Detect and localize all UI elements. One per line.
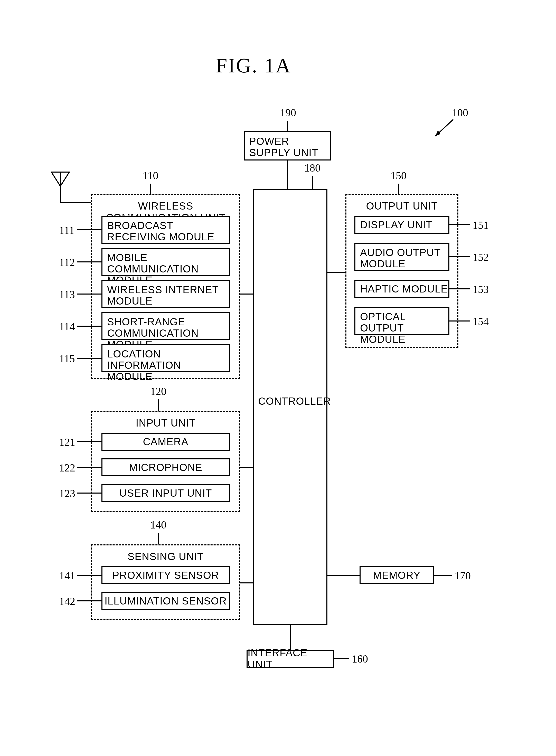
input-controller-line: [240, 467, 253, 468]
memory-controller-line: [327, 575, 359, 576]
ref-141-lead: [77, 575, 101, 576]
ref-122-lead: [77, 467, 101, 468]
ref-154: 154: [473, 315, 489, 328]
antenna-icon: [50, 171, 71, 204]
memory-label: MEMORY: [373, 570, 420, 581]
ref-120-tick: [158, 399, 159, 411]
ref-111: 111: [59, 224, 74, 237]
ref-190-tick: [287, 121, 288, 131]
ref-111-lead: [77, 229, 101, 230]
power-supply-unit-label: POWER SUPPLY UNIT: [249, 136, 326, 158]
broadcast-module-box: BROADCAST RECEIVING MODULE: [101, 216, 230, 244]
svg-marker-1: [435, 131, 441, 136]
optical-label: OPTICAL OUTPUT MODULE: [360, 311, 444, 345]
ref-121: 121: [59, 436, 75, 448]
ref-153-lead: [449, 288, 470, 289]
ref-140: 140: [150, 519, 166, 531]
sensing-controller-line: [240, 582, 253, 583]
ref-190: 190: [280, 107, 296, 119]
input-unit-title: INPUT UNIT: [95, 417, 236, 429]
microphone-box: MICROPHONE: [101, 458, 230, 476]
ref-122: 122: [59, 462, 75, 474]
microphone-label: MICROPHONE: [129, 462, 202, 473]
ref-151: 151: [473, 219, 489, 231]
ref-151-lead: [449, 224, 470, 225]
ref-152: 152: [473, 251, 489, 263]
ref-113-lead: [77, 293, 101, 294]
location-box: LOCATION INFORMATION MODULE: [101, 344, 230, 372]
output-unit-title: OUTPUT UNIT: [349, 200, 455, 212]
mobile-comm-box: MOBILE COMMUNICATION MODULE: [101, 248, 230, 276]
ref-152-lead: [449, 256, 470, 257]
ref-153: 153: [473, 283, 489, 295]
proximity-box: PROXIMITY SENSOR: [101, 566, 230, 584]
ref-142-lead: [77, 600, 101, 602]
display-box: DISPLAY UNIT: [354, 216, 449, 234]
ref-120: 120: [150, 385, 166, 398]
optical-box: OPTICAL OUTPUT MODULE: [354, 307, 449, 335]
ref-114-lead: [77, 326, 101, 327]
memory-box: MEMORY: [359, 566, 434, 584]
audio-label: AUDIO OUTPUT MODULE: [360, 247, 444, 269]
illumination-label: ILLUMINATION SENSOR: [105, 595, 227, 607]
ref-110-tick: [150, 184, 151, 194]
display-label: DISPLAY UNIT: [360, 219, 432, 230]
ref-112: 112: [59, 256, 75, 268]
camera-box: CAMERA: [101, 433, 230, 451]
ref-160-lead: [334, 658, 349, 659]
figure-title: FIG. 1A: [216, 54, 291, 77]
illumination-box: ILLUMINATION SENSOR: [101, 592, 230, 610]
interface-unit-box: INTERFACE UNIT: [247, 650, 334, 668]
ref-121-lead: [77, 441, 101, 442]
interface-unit-label: INTERFACE UNIT: [248, 647, 333, 670]
user-input-label: USER INPUT UNIT: [119, 488, 212, 499]
controller-label: CONTROLLER: [258, 395, 322, 407]
ref-141: 141: [59, 570, 75, 582]
ref-113: 113: [59, 288, 75, 301]
audio-box: AUDIO OUTPUT MODULE: [354, 243, 449, 271]
antenna-lead: [60, 202, 91, 203]
ref-170-lead: [434, 575, 452, 576]
sensing-unit-title: SENSING UNIT: [95, 551, 236, 563]
wireless-controller-line: [240, 293, 253, 294]
ref-180: 180: [304, 162, 320, 174]
power-supply-unit-box: POWER SUPPLY UNIT: [244, 131, 331, 160]
ref-150: 150: [390, 170, 407, 182]
wireless-internet-box: WIRELESS INTERNET MODULE: [101, 280, 230, 308]
ref-150-tick: [398, 184, 399, 194]
ref-154-lead: [449, 321, 470, 322]
ref-123-lead: [77, 493, 101, 494]
ref-112-lead: [77, 261, 101, 262]
ref-142: 142: [59, 595, 75, 608]
user-input-box: USER INPUT UNIT: [101, 484, 230, 502]
power-controller-line: [287, 160, 288, 189]
ref-115-lead: [77, 358, 101, 359]
ref-100: 100: [452, 107, 468, 119]
ref-180-tick: [312, 176, 313, 189]
ref-123: 123: [59, 488, 75, 500]
ref-170: 170: [455, 570, 471, 582]
broadcast-module-label: BROADCAST RECEIVING MODULE: [107, 220, 224, 243]
ref-160: 160: [352, 653, 368, 665]
output-controller-line: [327, 272, 345, 273]
haptic-label: HAPTIC MODULE: [360, 283, 448, 295]
ref-110: 110: [142, 170, 158, 182]
ref-114: 114: [59, 321, 75, 333]
controller-interface-line: [290, 625, 291, 650]
ref-115: 115: [59, 353, 75, 365]
wireless-internet-label: WIRELESS INTERNET MODULE: [107, 284, 224, 307]
haptic-box: HAPTIC MODULE: [354, 280, 449, 298]
location-label: LOCATION INFORMATION MODULE: [107, 348, 224, 382]
short-range-box: SHORT-RANGE COMMUNICATION MODULE: [101, 312, 230, 340]
ref-140-tick: [158, 533, 159, 544]
proximity-label: PROXIMITY SENSOR: [112, 570, 219, 581]
controller-box: [253, 189, 327, 625]
camera-label: CAMERA: [143, 436, 188, 447]
ref-100-arrow: [431, 118, 455, 139]
